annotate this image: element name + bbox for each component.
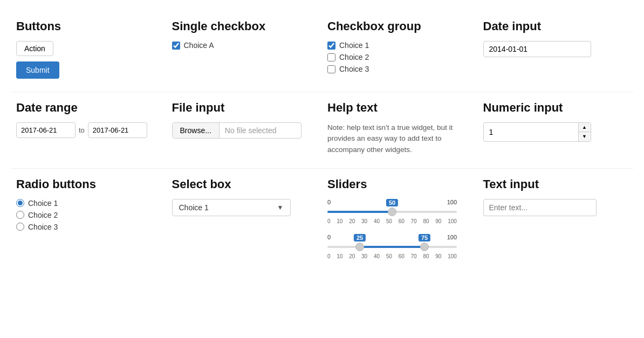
sliders-section: Sliders 0 50 100 0 10 20 30 40 50 60 70 [322,169,468,282]
date-range-end[interactable] [88,122,147,138]
slider-2-track-fill [360,246,424,248]
submit-button[interactable]: Submit [16,61,59,79]
checkbox-choice-3[interactable] [327,65,335,73]
checkbox-choice-1-label: Choice 1 [339,41,369,50]
help-text-title: Help text [327,101,467,115]
slider-2-high-badge: 75 [419,234,430,242]
choice-a-checkbox[interactable] [172,42,180,50]
numeric-input-section: Numeric input ▲ ▼ [478,92,634,168]
buttons-title: Buttons [16,19,156,33]
checkbox-choice-2[interactable] [327,53,335,61]
slider-1-track-fill [327,211,392,213]
select-box-title: Select box [172,177,312,191]
help-text-section: Help text Note: help text isn't a true w… [322,92,478,168]
date-input-title: Date input [483,19,623,33]
date-input-field[interactable] [483,41,591,57]
slider-1-value-badge: 50 [386,199,398,206]
select-box[interactable]: Choice 1 ▼ [172,199,291,216]
slider-1-tick-labels: 0 10 20 30 40 50 60 70 80 90 100 [327,218,457,224]
slider-1-top-labels: 0 50 100 [327,199,457,205]
sliders-title: Sliders [327,177,457,191]
slider-1-thumb[interactable] [388,208,396,216]
radio-choice-2[interactable] [16,211,24,219]
slider-2-min-label: 0 [327,234,331,240]
slider-2-max-label: 100 [447,234,457,240]
chevron-down-icon: ▼ [277,204,284,211]
slider-1-max-label: 100 [447,199,457,205]
text-input-section: Text input [478,169,634,282]
file-input-title: File input [172,101,312,115]
date-input-section: Date input [478,11,634,92]
checkbox-choice-2-label: Choice 2 [339,53,369,61]
select-box-section: Select box Choice 1 ▼ [167,169,323,282]
buttons-section: Buttons Action Submit [11,11,167,92]
single-checkbox-item[interactable]: Choice A [172,41,312,50]
choice-a-label: Choice A [184,41,214,50]
slider-2-top-labels: 0 25 75 100 [327,234,457,240]
radio-item-1[interactable]: Choice 1 [16,199,156,208]
radio-choice-1[interactable] [16,199,24,207]
checkbox-group-title: Checkbox group [327,19,467,33]
file-input-section: File input Browse... No file selected [167,92,323,168]
slider-2-tick-labels: 0 10 20 30 40 50 60 70 80 90 100 [327,253,457,259]
file-input-wrapper: Browse... No file selected [172,122,302,139]
slider-1-track[interactable] [327,206,457,217]
slider-2-low-thumb[interactable] [355,243,364,251]
numeric-input-wrapper: ▲ ▼ [483,122,591,142]
slider-2-wrapper: 0 25 75 100 0 10 20 30 40 50 60 70 80 [327,234,457,259]
checkbox-group-item-1[interactable]: Choice 1 [327,41,467,50]
slider-1-min-label: 0 [327,199,331,205]
text-input-field[interactable] [483,199,597,216]
checkbox-choice-3-label: Choice 3 [339,65,369,73]
slider-1-wrapper: 0 50 100 0 10 20 30 40 50 60 70 80 90 10… [327,199,457,224]
file-no-selected-label: No file selected [220,123,282,138]
date-range-title: Date range [16,101,156,115]
text-input-title: Text input [483,177,623,191]
numeric-input-field[interactable] [484,125,578,140]
slider-2-low-badge: 25 [354,234,366,242]
slider-2-track[interactable] [327,242,457,252]
radio-choice-3-label: Choice 3 [28,223,58,231]
select-box-value: Choice 1 [179,203,209,212]
date-range-section: Date range to [11,92,167,168]
checkbox-group-section: Checkbox group Choice 1 Choice 2 Choice … [322,11,478,92]
radio-buttons-title: Radio buttons [16,177,156,191]
date-range-to-label: to [79,126,85,134]
radio-choice-1-label: Choice 1 [28,199,58,208]
radio-item-3[interactable]: Choice 3 [16,223,156,231]
help-text-body: Note: help text isn't a true widget, but… [327,122,457,155]
date-range-start[interactable] [16,122,76,138]
slider-2-high-thumb[interactable] [420,243,429,251]
radio-item-2[interactable]: Choice 2 [16,211,156,219]
numeric-decrement-button[interactable]: ▼ [579,132,591,141]
single-checkbox-section: Single checkbox Choice A [167,11,323,92]
file-browse-button[interactable]: Browse... [173,123,220,138]
radio-choice-2-label: Choice 2 [28,211,58,219]
checkbox-group-item-2[interactable]: Choice 2 [327,53,467,61]
numeric-input-title: Numeric input [483,101,623,115]
radio-choice-3[interactable] [16,223,24,231]
numeric-increment-button[interactable]: ▲ [579,123,591,132]
single-checkbox-title: Single checkbox [172,19,312,33]
checkbox-choice-1[interactable] [327,42,335,50]
numeric-spinners: ▲ ▼ [578,123,591,141]
radio-buttons-section: Radio buttons Choice 1 Choice 2 Choice 3 [11,169,167,282]
date-range-inputs: to [16,122,156,138]
action-button[interactable]: Action [16,41,53,56]
checkbox-group-item-3[interactable]: Choice 3 [327,65,467,73]
